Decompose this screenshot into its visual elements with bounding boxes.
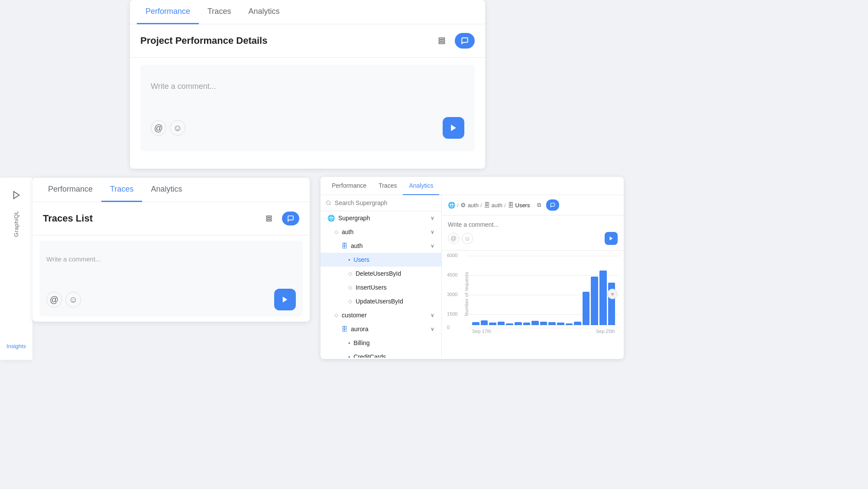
top-tabs: Performance Traces Analytics <box>130 0 485 24</box>
tab-traces-bl[interactable]: Traces <box>101 178 142 202</box>
tree-item-creditcards[interactable]: ▪ CreditCards <box>321 350 441 358</box>
search-input[interactable] <box>335 199 436 206</box>
chart-bar-15 <box>599 271 607 325</box>
bl-comment-area[interactable]: Write a comment... @ ☺ <box>39 241 303 316</box>
top-panel: Performance Traces Analytics Project Per… <box>130 0 485 169</box>
bottom-left-tabs: Performance Traces Analytics <box>32 178 310 202</box>
at-icon-top[interactable]: @ <box>151 120 166 136</box>
tree-item-aurora[interactable]: 🗄 aurora ∨ <box>321 322 441 336</box>
bc-auth1[interactable]: auth <box>468 202 479 209</box>
grid-line-0: 0 <box>468 328 619 328</box>
bottom-right-panel: Performance Traces Analytics 🌐 Supergrap… <box>321 177 624 359</box>
tree-item-insertusers[interactable]: ◇ InsertUsers <box>321 280 441 294</box>
svg-rect-2 <box>439 42 445 44</box>
tree-item-users[interactable]: ▪ Users <box>321 253 441 267</box>
diamond-icon-customer: ◇ <box>334 312 338 318</box>
tree-item-supergraph[interactable]: 🌐 Supergraph ∨ <box>321 211 441 225</box>
tab-analytics-bl[interactable]: Analytics <box>142 178 191 202</box>
chart-bar-9 <box>548 322 556 325</box>
collapse-btn[interactable]: « <box>607 289 618 299</box>
chart-bar-5 <box>515 322 522 325</box>
chart-bar-11 <box>566 323 573 325</box>
at-icon-mini[interactable]: @ <box>448 233 459 244</box>
chart-area: Number of requests 6000 4500 3000 1500 <box>442 251 624 337</box>
list-icon-btn-top[interactable] <box>434 33 450 49</box>
top-comment-area[interactable]: Write a comment... @ ☺ <box>140 65 475 151</box>
emoji-icon-bl[interactable]: ☺ <box>65 292 81 307</box>
tab-traces-br[interactable]: Traces <box>372 177 403 195</box>
emoji-icon-top[interactable]: ☺ <box>170 120 185 136</box>
emoji-icon-mini[interactable]: ☺ <box>462 233 473 244</box>
send-btn-mini[interactable] <box>605 232 618 245</box>
chart-inner: 6000 4500 3000 1500 0 <box>468 256 619 334</box>
bl-comment-placeholder: Write a comment... <box>46 247 296 271</box>
list-icon <box>438 37 446 45</box>
x-label-sep17: Sep 17th <box>472 329 491 334</box>
top-comment-toolbar: @ ☺ <box>151 117 464 139</box>
bc-comment-icon <box>550 202 555 208</box>
tree-item-auth-root[interactable]: ◇ auth ∨ <box>321 225 441 239</box>
diamond-icon-delete: ◇ <box>348 271 352 277</box>
bc-users[interactable]: Users <box>515 202 530 209</box>
svg-marker-8 <box>283 297 288 303</box>
chart-bar-3 <box>498 322 505 325</box>
tree-item-auth-sub[interactable]: 🗄 auth ∨ <box>321 239 441 253</box>
top-comment-wrap: Write a comment... @ ☺ <box>130 65 485 169</box>
tree-label-billing: Billing <box>353 339 369 346</box>
svg-rect-6 <box>266 218 272 219</box>
tab-performance-br[interactable]: Performance <box>326 177 372 195</box>
chart-bar-12 <box>574 322 581 325</box>
chart-bar-10 <box>557 323 564 325</box>
chart-bar-0 <box>472 322 479 325</box>
chevron-customer: ∨ <box>431 312 434 318</box>
tab-performance-top[interactable]: Performance <box>137 0 199 24</box>
chart-bar-7 <box>531 321 539 325</box>
diamond-icon-update: ◇ <box>348 298 352 304</box>
play-btn[interactable] <box>8 186 25 204</box>
graphiql-label: GraphiQL <box>13 211 19 237</box>
svg-marker-3 <box>451 125 456 131</box>
svg-line-10 <box>330 204 330 205</box>
bl-panel-title: Traces List <box>43 213 256 224</box>
at-icon-bl[interactable]: @ <box>46 292 62 307</box>
bc-comment-btn[interactable] <box>546 199 559 211</box>
chart-bar-6 <box>523 323 531 325</box>
send-btn-bl[interactable] <box>274 289 296 310</box>
send-icon <box>449 124 458 132</box>
br-body: 🌐 Supergraph ∨ ◇ auth ∨ 🗄 auth ∨ ▪ Users… <box>321 195 624 358</box>
list-icon-btn-bl[interactable] <box>261 211 277 226</box>
diamond-icon-auth: ◇ <box>334 229 338 235</box>
tree-col: 🌐 Supergraph ∨ ◇ auth ∨ 🗄 auth ∨ ▪ Users… <box>321 195 442 358</box>
bc-auth2[interactable]: auth <box>492 202 502 209</box>
db-icon-aurora: 🗄 <box>341 326 347 333</box>
tree-item-deleteusers[interactable]: ◇ DeleteUsersById <box>321 267 441 280</box>
bl-panel-header: Traces List <box>32 202 310 235</box>
tree-item-updateusers[interactable]: ◇ UpdateUsersById <box>321 294 441 308</box>
tree-label-aurora: aurora <box>351 326 368 333</box>
play-icon <box>12 190 21 200</box>
square-icon-creditcards: ▪ <box>348 354 350 358</box>
insights-label[interactable]: Insights <box>0 338 32 355</box>
bc-copy-btn[interactable]: ⧉ <box>533 199 544 211</box>
tab-analytics-top[interactable]: Analytics <box>240 0 288 24</box>
send-btn-top[interactable] <box>443 117 464 139</box>
tab-performance-bl[interactable]: Performance <box>39 178 101 202</box>
tree-item-billing[interactable]: ▪ Billing <box>321 336 441 350</box>
top-panel-title: Project Performance Details <box>140 35 429 46</box>
db-icon-auth: 🗄 <box>341 242 347 249</box>
tab-analytics-br[interactable]: Analytics <box>403 177 439 195</box>
side-left-strip: GraphiQL Insights <box>0 178 32 360</box>
comment-btn-bl[interactable] <box>282 212 299 225</box>
diamond-icon-insert: ◇ <box>348 284 352 290</box>
tree-item-customer[interactable]: ◇ customer ∨ <box>321 308 441 322</box>
chart-bars <box>468 264 619 325</box>
detail-col: 🌐 / ⚙ auth / 🗄 auth / 🗄 Users ⧉ @ <box>442 195 624 358</box>
comment-btn-top[interactable] <box>455 33 475 49</box>
tab-traces-top[interactable]: Traces <box>199 0 240 24</box>
breadcrumb-row: 🌐 / ⚙ auth / 🗄 auth / 🗄 Users ⧉ <box>442 195 624 215</box>
svg-marker-4 <box>13 192 19 199</box>
sep2: / <box>480 202 482 209</box>
mini-comment-input[interactable] <box>448 221 618 228</box>
square-icon-billing: ▪ <box>348 340 350 346</box>
svg-point-9 <box>327 201 330 205</box>
